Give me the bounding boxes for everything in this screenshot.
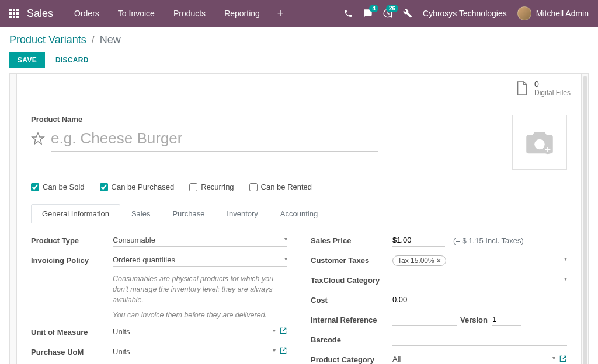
category-external-link-icon[interactable] (559, 355, 567, 365)
product-type-select[interactable]: Consumable (113, 234, 287, 247)
invoicing-help-text: You can invoice them before they are del… (113, 310, 276, 320)
activity-icon[interactable]: 26 (383, 9, 392, 18)
top-navbar: Sales Orders To Invoice Products Reporti… (0, 0, 598, 27)
nav-products[interactable]: Products (166, 5, 213, 22)
barcode-label: Barcode (311, 333, 392, 344)
nav-to-invoice[interactable]: To Invoice (111, 5, 162, 22)
phone-icon[interactable] (343, 9, 353, 18)
button-box: 0 Digital Files (17, 74, 581, 103)
digital-files-label: Digital Files (534, 89, 571, 97)
tab-accounting[interactable]: Accounting (269, 204, 329, 223)
product-name-label: Product Name (31, 115, 503, 124)
debug-icon[interactable] (403, 9, 412, 18)
company-switcher[interactable]: Cybrosys Technologies (423, 9, 507, 18)
activity-badge: 26 (386, 5, 398, 12)
purchase-uom-external-link-icon[interactable] (279, 346, 287, 356)
can-be-rented-label[interactable]: Can be Rented (261, 183, 312, 191)
avatar (517, 6, 531, 20)
tab-sales[interactable]: Sales (120, 204, 162, 223)
uom-label: Unit of Measure (31, 326, 113, 337)
consumable-help-text: Consumables are physical products for wh… (113, 274, 276, 305)
digital-files-button[interactable]: 0 Digital Files (505, 74, 581, 103)
tab-purchase[interactable]: Purchase (161, 204, 215, 223)
tabs: General Information Sales Purchase Inven… (31, 204, 567, 223)
user-menu[interactable]: Mitchell Admin (517, 6, 589, 20)
product-type-label: Product Type (31, 234, 113, 245)
taxcloud-select[interactable] (392, 274, 567, 286)
tab-general-information[interactable]: General Information (31, 204, 120, 223)
app-brand[interactable]: Sales (27, 8, 53, 20)
left-gutter (9, 73, 16, 364)
tab-inventory[interactable]: Inventory (215, 204, 269, 223)
tax-tag[interactable]: Tax 15.00%× (392, 256, 446, 266)
purchase-uom-label: Purchase UoM (31, 345, 113, 356)
can-be-purchased-label[interactable]: Can be Purchased (112, 183, 175, 191)
cost-label: Cost (311, 293, 392, 304)
customer-taxes-label: Customer Taxes (311, 254, 392, 265)
invoicing-policy-label: Invoicing Policy (31, 254, 113, 265)
discard-button[interactable]: DISCARD (47, 52, 97, 68)
can-be-sold-label[interactable]: Can be Sold (43, 183, 85, 191)
customer-taxes-select[interactable]: Tax 15.00%× (392, 254, 567, 268)
form-sheet: 0 Digital Files Product Name (16, 73, 582, 364)
can-be-rented-checkbox[interactable] (249, 183, 258, 191)
image-upload[interactable] (512, 115, 567, 170)
product-name-input[interactable] (51, 127, 378, 152)
messaging-icon[interactable]: 4 (363, 9, 373, 18)
nav-reporting[interactable]: Reporting (217, 5, 267, 22)
option-checkboxes: Can be Sold Can be Purchased Recurring C… (31, 183, 567, 191)
sales-price-input[interactable] (392, 234, 445, 247)
category-select[interactable]: All (392, 353, 555, 364)
scrollbar[interactable] (582, 73, 589, 364)
digital-files-count: 0 (534, 79, 571, 89)
invoicing-policy-select[interactable]: Ordered quantities (113, 254, 287, 267)
category-label: Product Category (311, 353, 392, 364)
purchase-uom-select[interactable]: Units (113, 345, 276, 358)
incl-taxes-note: (= $ 1.15 Incl. Taxes) (453, 236, 524, 245)
apps-icon[interactable] (9, 9, 19, 18)
tax-tag-remove-icon[interactable]: × (437, 257, 441, 265)
internal-ref-input[interactable] (392, 313, 457, 326)
save-button[interactable]: SAVE (9, 52, 45, 68)
nav-add-menu-icon[interactable]: + (272, 5, 290, 22)
nav-orders[interactable]: Orders (67, 5, 106, 22)
uom-select[interactable]: Units (113, 326, 276, 338)
recurring-label[interactable]: Recurring (201, 183, 234, 191)
internal-ref-label: Internal Reference (311, 313, 392, 324)
control-panel: Product Variants / New SAVE DISCARD (0, 27, 598, 73)
can-be-purchased-checkbox[interactable] (100, 183, 108, 191)
version-label: Version (460, 316, 488, 324)
can-be-sold-checkbox[interactable] (31, 183, 39, 191)
barcode-input[interactable] (392, 333, 567, 346)
messaging-badge: 4 (369, 5, 378, 12)
cost-input[interactable] (392, 293, 567, 306)
breadcrumb-parent[interactable]: Product Variants (9, 34, 86, 46)
sales-price-label: Sales Price (311, 234, 392, 245)
favorite-star-icon[interactable] (31, 132, 45, 148)
user-name: Mitchell Admin (536, 9, 589, 18)
breadcrumb-current: New (100, 34, 121, 46)
recurring-checkbox[interactable] (189, 183, 197, 191)
version-input[interactable] (492, 313, 521, 326)
uom-external-link-icon[interactable] (279, 327, 287, 337)
taxcloud-label: TaxCloud Category (311, 274, 392, 285)
svg-point-0 (534, 139, 545, 150)
nav-menu: Orders To Invoice Products Reporting + (67, 5, 289, 22)
breadcrumb: Product Variants / New (9, 34, 589, 46)
